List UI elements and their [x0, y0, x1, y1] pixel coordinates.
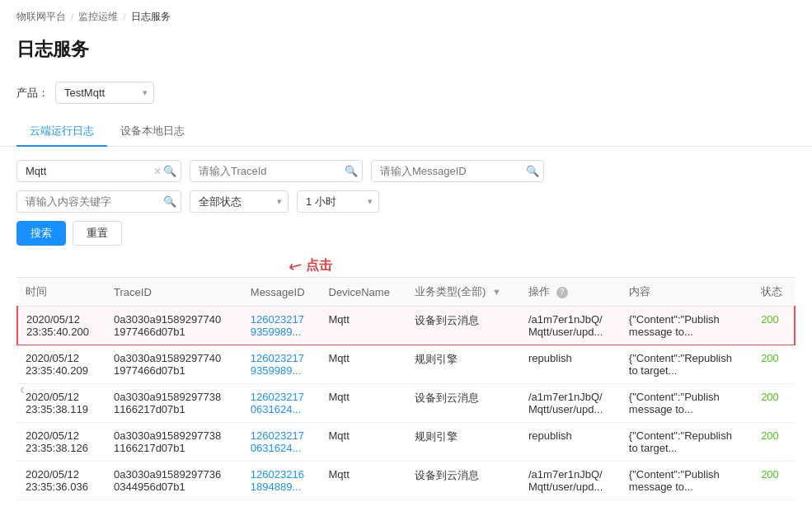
- message-link[interactable]: 1260232161894889...: [251, 468, 304, 493]
- cell-content: {"Content":"Publishmessage to...: [621, 462, 753, 500]
- cell-operation: /a1m7er1nJbQ/Mqtt/user/upd...: [520, 384, 621, 423]
- cell-messageid[interactable]: 1260232179359989...: [242, 307, 321, 345]
- table-row: 2020/05/1223:35:38.126 0a3030a9158929773…: [17, 423, 795, 462]
- cell-devicename: Mqtt: [321, 307, 406, 345]
- col-time: 时间: [17, 278, 106, 307]
- cell-status: 200: [753, 384, 795, 423]
- cell-messageid[interactable]: 1260232170631624...: [242, 423, 321, 462]
- col-status: 状态: [753, 278, 795, 307]
- cell-traceid: 0a3030a915892977401977466d07b1: [106, 345, 242, 384]
- cell-devicename: Mqtt: [321, 423, 406, 462]
- trace-search-icon[interactable]: 🔍: [345, 165, 358, 177]
- col-content: 内容: [621, 278, 753, 307]
- cell-time: 2020/05/1223:35:38.119: [17, 384, 106, 423]
- cell-biztype: 设备到云消息: [406, 462, 520, 500]
- product-label: 产品：: [16, 86, 49, 101]
- cell-devicename: Mqtt: [321, 462, 406, 500]
- trace-search-input[interactable]: [190, 160, 363, 182]
- content-search-icon[interactable]: 🔍: [163, 195, 176, 208]
- table-row: 2020/05/1223:35:40.200 0a3030a9158929774…: [17, 307, 795, 345]
- col-messageid: MessageID: [242, 278, 321, 307]
- cell-content: {"Content":"Publishmessage to...: [621, 307, 753, 345]
- status-badge: 200: [761, 468, 779, 481]
- table-body: 2020/05/1223:35:40.200 0a3030a9158929774…: [17, 307, 795, 500]
- table-row: 2020/05/1223:35:40.209 0a3030a9158929774…: [17, 345, 795, 384]
- device-search-icon[interactable]: 🔍: [163, 165, 176, 177]
- cell-status: 200: [753, 423, 795, 462]
- product-select[interactable]: TestMqtt: [55, 82, 154, 104]
- search-row-1: ✕ 🔍 🔍 🔍: [0, 160, 812, 182]
- annotation-text: 点击: [306, 257, 332, 274]
- cell-devicename: Mqtt: [321, 345, 406, 384]
- cell-time: 2020/05/1223:35:38.126: [17, 423, 106, 462]
- cell-messageid[interactable]: 1260232161894889...: [242, 462, 321, 500]
- operation-info-icon[interactable]: ?: [556, 287, 568, 298]
- message-link[interactable]: 1260232179359989...: [251, 352, 304, 377]
- message-link[interactable]: 1260232170631624...: [251, 429, 304, 454]
- cell-time: 2020/05/1223:35:40.209: [17, 345, 106, 384]
- status-badge: 200: [761, 391, 779, 403]
- breadcrumb: 物联网平台 / 监控运维 / 日志服务: [0, 0, 812, 30]
- search-row-2: 🔍 全部状态 成功 失败 ▾ 1 小时 6 小时 12 小时 24 小时 ▾: [0, 190, 812, 213]
- cell-operation: republish: [520, 423, 621, 462]
- cell-operation: /a1m7er1nJbQ/Mqtt/user/upd...: [520, 307, 621, 345]
- status-badge: 200: [761, 429, 779, 442]
- col-biztype: 业务类型(全部) ▼: [406, 278, 520, 307]
- cell-status: 200: [753, 462, 795, 500]
- cell-messageid[interactable]: 1260232179359989...: [242, 345, 321, 384]
- reset-button[interactable]: 重置: [73, 221, 122, 246]
- cell-operation: /a1m7er1nJbQ/Mqtt/user/upd...: [520, 462, 621, 500]
- cell-content: {"Content":"Republishto target...: [621, 423, 753, 462]
- annotation-arrow-icon: ↙: [284, 253, 307, 277]
- message-search-icon[interactable]: 🔍: [526, 165, 539, 177]
- cell-messageid[interactable]: 1260232170631624...: [242, 384, 321, 423]
- search-button[interactable]: 搜索: [16, 221, 66, 246]
- product-select-wrapper: TestMqtt ▾: [55, 82, 154, 104]
- breadcrumb-sep-1: /: [71, 12, 73, 23]
- breadcrumb-item-log: 日志服务: [131, 10, 171, 24]
- col-devicename: DeviceName: [321, 278, 406, 307]
- time-filter-select[interactable]: 1 小时 6 小时 12 小时 24 小时: [297, 190, 379, 213]
- table-nav-left-icon[interactable]: ‹: [20, 380, 25, 397]
- tab-cloud-log[interactable]: 云端运行日志: [16, 117, 107, 147]
- content-search-input[interactable]: [16, 190, 181, 213]
- status-filter-select[interactable]: 全部状态 成功 失败: [190, 190, 289, 213]
- device-clear-icon[interactable]: ✕: [153, 166, 162, 177]
- page-title: 日志服务: [0, 30, 812, 75]
- message-link[interactable]: 1260232179359989...: [251, 313, 304, 338]
- cell-status: 200: [753, 345, 795, 384]
- breadcrumb-item-iot[interactable]: 物联网平台: [16, 10, 66, 24]
- trace-search-wrap: 🔍: [190, 160, 363, 182]
- cell-traceid: 0a3030a915892977401977466d07b1: [106, 307, 242, 345]
- cell-time: 2020/05/1223:35:40.200: [17, 307, 106, 345]
- table-row: 2020/05/1223:35:36.036 0a3030a9158929773…: [17, 462, 795, 500]
- status-badge: 200: [761, 313, 779, 326]
- action-btn-row: 搜索 重置: [0, 221, 812, 246]
- status-filter-wrap: 全部状态 成功 失败 ▾: [190, 190, 289, 213]
- annotation-wrapper: ↙ 点击: [0, 256, 812, 275]
- breadcrumb-item-monitor[interactable]: 监控运维: [78, 10, 118, 24]
- cell-content: {"Content":"Publishmessage to...: [621, 384, 753, 423]
- col-operation: 操作 ?: [520, 278, 621, 307]
- breadcrumb-sep-2: /: [123, 12, 125, 23]
- cell-content: {"Content":"Republishto target...: [621, 345, 753, 384]
- status-badge: 200: [761, 352, 779, 364]
- log-table: 时间 TraceID MessageID DeviceName 业务类型(全部)…: [16, 277, 796, 500]
- cell-status: 200: [753, 307, 795, 345]
- cell-biztype: 规则引擎: [406, 423, 520, 462]
- cell-biztype: 设备到云消息: [406, 307, 520, 345]
- product-filter-row: 产品： TestMqtt ▾: [16, 82, 796, 104]
- device-search-wrap: ✕ 🔍: [16, 160, 181, 182]
- tabs-container: 云端运行日志 设备本地日志: [0, 117, 812, 147]
- cell-traceid: 0a3030a915892977381166217d07b1: [106, 384, 242, 423]
- col-traceid: TraceID: [106, 278, 242, 307]
- tab-device-log[interactable]: 设备本地日志: [107, 117, 198, 147]
- message-search-input[interactable]: [371, 160, 544, 182]
- cell-time: 2020/05/1223:35:36.036: [17, 462, 106, 500]
- biztype-filter-icon[interactable]: ▼: [492, 287, 501, 297]
- time-filter-wrap: 1 小时 6 小时 12 小时 24 小时 ▾: [297, 190, 379, 213]
- cell-devicename: Mqtt: [321, 384, 406, 423]
- cell-biztype: 设备到云消息: [406, 384, 520, 423]
- table-row: 2020/05/1223:35:38.119 0a3030a9158929773…: [17, 384, 795, 423]
- message-link[interactable]: 1260232170631624...: [251, 391, 304, 415]
